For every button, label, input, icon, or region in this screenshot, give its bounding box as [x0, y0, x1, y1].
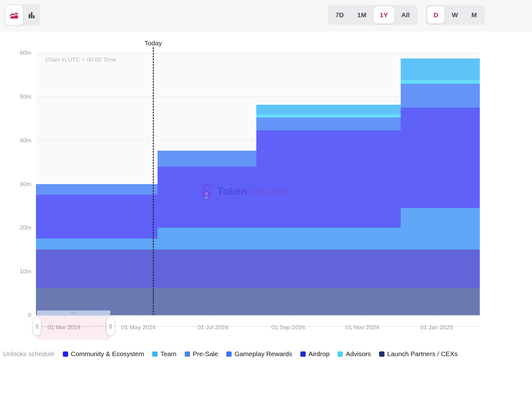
area-band-pre-sale — [36, 184, 158, 195]
legend-label: Gameplay Rewards — [234, 350, 292, 358]
x-axis-label: 01 Nov 2024 — [345, 324, 379, 331]
grip-bar-icon — [36, 324, 37, 329]
brush-preview-strip[interactable] — [37, 310, 110, 316]
range-selector-group: 7D 1M 1Y All — [328, 5, 418, 25]
granularity-week-button[interactable]: W — [445, 7, 464, 23]
legend: Unlocks schedule Community & EcosystemTe… — [3, 350, 531, 358]
area-band-pre-sale — [158, 151, 256, 166]
today-label: Today — [144, 39, 162, 47]
slider-selected-range[interactable] — [37, 316, 110, 340]
watermark: TokenUnlocks. — [200, 183, 292, 199]
area-band-airdrop — [401, 249, 480, 288]
gridline-10m — [36, 271, 480, 272]
area-band-airdrop — [158, 249, 256, 288]
grip-bar-icon — [111, 324, 112, 329]
brush-grip-dots-icon — [71, 312, 76, 314]
area-chart-toggle-button[interactable] — [5, 5, 23, 25]
area-band-community-ecosystem — [401, 108, 480, 208]
bar-chart-icon — [27, 11, 36, 19]
legend-swatch-team-icon — [152, 351, 158, 357]
grip-bar-icon — [109, 324, 110, 329]
area-band-advisors — [256, 114, 401, 118]
x-axis-tick — [213, 315, 213, 318]
legend-label: Airdrop — [309, 350, 330, 358]
area-band-team — [401, 58, 480, 80]
y-axis-label: 20m — [6, 224, 31, 231]
y-axis-label: 30m — [6, 181, 31, 188]
slider-right-handle[interactable] — [107, 317, 114, 335]
area-band-pre-sale — [401, 84, 480, 108]
legend-swatch-pre-sale-icon — [185, 351, 190, 357]
x-axis-label: 01 Jan 2025 — [420, 324, 453, 331]
x-axis-tick — [138, 315, 139, 318]
area-chart-icon — [9, 10, 19, 20]
legend-item-airdrop[interactable]: Airdrop — [300, 350, 330, 358]
legend-item-gameplay-rewards[interactable]: Gameplay Rewards — [226, 350, 292, 358]
y-axis-label: 60m — [6, 49, 31, 56]
legend-swatch-community-ecosystem-icon — [63, 351, 68, 357]
legend-item-community-ecosystem[interactable]: Community & Ecosystem — [63, 350, 144, 358]
area-band-pre-sale — [256, 118, 401, 130]
area-band-advisors — [401, 80, 480, 84]
legend-label: Pre-Sale — [193, 350, 218, 358]
slider-left-handle[interactable] — [33, 317, 41, 335]
utc-note: Chart in UTC + 00:00 Time — [45, 56, 116, 63]
range-1m-button[interactable]: 1M — [351, 7, 373, 23]
x-axis-label: 01 May 2024 — [121, 324, 156, 331]
token-unlocks-page: 7D 1M 1Y All D W M Chart in UTC + 00:00 … — [0, 0, 532, 393]
area-band-gameplay-rewards — [36, 239, 158, 249]
granularity-month-button[interactable]: M — [465, 7, 483, 23]
area-band-gameplay-rewards — [158, 228, 256, 249]
legend-label: Community & Ecosystem — [71, 350, 144, 358]
x-axis-tick — [288, 315, 289, 318]
area-band-airdrop — [36, 249, 158, 288]
y-axis-label: 0 — [6, 312, 31, 319]
y-axis-label: 50m — [6, 93, 31, 100]
area-band-launch-partners-cexs — [158, 288, 256, 315]
legend-label: Team — [160, 350, 176, 358]
today-line — [153, 47, 154, 315]
gridline-50m — [36, 97, 480, 97]
legend-item-launch-partners-cexs[interactable]: Launch Partners / CEXs — [379, 350, 458, 358]
area-band-launch-partners-cexs — [256, 288, 401, 315]
gridline-60m — [36, 53, 480, 53]
watermark-text: TokenUnlocks. — [217, 185, 292, 197]
area-band-airdrop — [256, 249, 401, 288]
granularity-day-button[interactable]: D — [427, 7, 444, 23]
legend-label: Advisors — [346, 350, 371, 358]
x-axis-tick — [437, 315, 437, 318]
legend-item-advisors[interactable]: Advisors — [338, 350, 371, 358]
area-band-gameplay-rewards — [401, 208, 480, 249]
area-band-community-ecosystem — [36, 195, 158, 239]
x-axis-tick — [362, 315, 363, 318]
legend-swatch-launch-partners-cexs-icon — [379, 351, 384, 357]
area-band-team — [256, 105, 401, 114]
bar-chart-toggle-button[interactable] — [23, 4, 41, 26]
slider-selection-line — [41, 326, 107, 327]
granularity-selector-group: D W M — [426, 5, 485, 25]
legend-item-pre-sale[interactable]: Pre-Sale — [185, 350, 218, 358]
grip-bar-icon — [38, 324, 38, 329]
gridline-20m — [36, 228, 480, 228]
toolbar: 7D 1M 1Y All D W M — [0, 0, 532, 31]
x-axis-label: 01 Sep 2024 — [271, 324, 305, 331]
legend-label: Launch Partners / CEXs — [387, 350, 458, 358]
tokenunlocks-lock-icon — [200, 183, 214, 199]
area-band-gameplay-rewards — [256, 228, 401, 249]
range-all-button[interactable]: All — [395, 7, 416, 23]
chart-type-toggle — [5, 4, 40, 26]
gridline-40m — [36, 140, 480, 141]
range-7d-button[interactable]: 7D — [329, 7, 350, 23]
range-1y-button[interactable]: 1Y — [374, 7, 394, 23]
area-band-launch-partners-cexs — [401, 288, 480, 315]
y-axis-label: 10m — [6, 268, 31, 275]
legend-swatch-advisors-icon — [338, 351, 343, 357]
y-axis-label: 40m — [6, 137, 31, 144]
legend-swatch-airdrop-icon — [300, 351, 306, 357]
area-band-community-ecosystem — [256, 130, 401, 228]
x-axis-label: 01 Jul 2024 — [198, 324, 228, 331]
legend-item-team[interactable]: Team — [152, 350, 176, 358]
legend-title: Unlocks schedule — [3, 350, 55, 358]
legend-swatch-gameplay-rewards-icon — [226, 351, 232, 357]
